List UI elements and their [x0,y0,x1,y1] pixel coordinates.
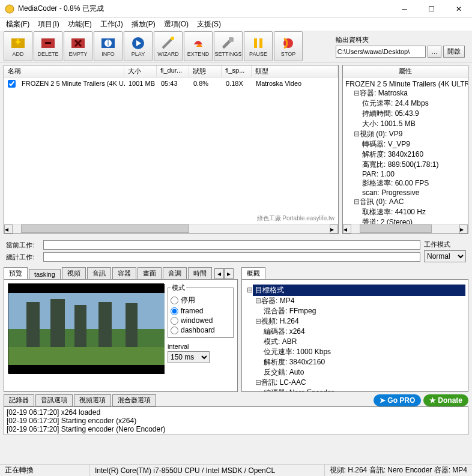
menu-bar: 檔案(F) 項目(I) 功能(E) 工作(J) 播放(P) 選項(O) 支援(S… [0,18,472,30]
svg-rect-23 [98,302,112,351]
menu-file[interactable]: 檔案(F) [2,18,33,31]
svg-rect-15 [259,38,262,48]
menu-feature[interactable]: 功能(E) [64,18,95,31]
status-right: 視頻: H.264 音訊: Nero Encoder 容器: MP4 [325,465,472,476]
empty-button[interactable]: EMPTY [64,31,92,61]
output-folder-label: 輸出資料夾 [336,35,465,44]
tab-container[interactable]: 容器 [112,267,136,279]
preview-mode-group: 模式 停用 framed windowed dashboard [168,283,234,338]
file-row[interactable]: FROZEN 2 5 Minute Trailers (4K U... 1001… [4,77,338,89]
svg-point-12 [171,37,174,40]
play-button[interactable]: PLAY [124,31,153,61]
h-scrollbar[interactable]: ◂▸ [343,224,468,233]
delete-button[interactable]: DELETE [34,31,62,61]
file-list: 名稱 大小 fl_dur... 狀態 fl_sp... 類型 FROZEN 2 … [4,65,339,234]
settings-button[interactable]: SETTINGS [214,31,243,61]
tab-left-icon[interactable]: ◂ [214,268,224,279]
arrow-icon: ➤ [380,396,386,405]
add-button[interactable]: ADD [4,31,32,61]
browse-button[interactable]: ... [428,46,441,58]
stop-button[interactable]: STOP [274,31,303,61]
tab-picture[interactable]: 畫面 [138,267,162,279]
col-state[interactable]: 狀態 [189,65,222,77]
menu-job[interactable]: 工作(J) [97,18,127,31]
radio-disabled[interactable] [171,297,178,304]
tab-right-icon[interactable]: ▸ [224,268,234,279]
properties-pane: 屬性 FROZEN 2 5 Minute Trailers (4K ULTRA … [342,65,468,234]
col-speed[interactable]: fl_sp... [222,65,252,77]
tab-time[interactable]: 時間 [188,267,212,279]
extend-button[interactable]: EXTEND [184,31,213,61]
tab-video-opts[interactable]: 視頻選項 [74,394,111,406]
tab-muxer-opts[interactable]: 混合器選項 [112,394,156,406]
tab-overview[interactable]: 概觀 [241,267,265,279]
svg-text:i: i [107,39,109,47]
svg-point-0 [5,5,14,13]
window-title: MediaCoder - 0.8% 已完成 [18,4,391,14]
open-folder-button[interactable]: 開啟 [443,46,465,58]
radio-framed[interactable] [171,307,178,315]
col-name[interactable]: 名稱 [4,65,124,77]
job-mode-select[interactable]: Normal [424,250,466,262]
properties-header[interactable]: 屬性 [343,65,468,77]
menu-item[interactable]: 項目(I) [34,18,62,31]
donate-button[interactable]: ★Donate [423,394,468,406]
gopro-button[interactable]: ➤Go PRO [374,394,421,406]
tab-audio-opts[interactable]: 音訊選項 [35,394,73,406]
output-path-input[interactable] [336,46,426,58]
watermark: 綠色工廠 Portable.easylife.tw [4,213,338,224]
prop-root[interactable]: FROZEN 2 5 Minute Trailers (4K ULTRA HD [345,80,465,88]
svg-rect-5 [45,42,51,44]
app-icon [5,4,14,14]
pause-button[interactable]: PAUSE [244,31,273,61]
info-button[interactable]: iINFO [94,31,123,61]
h-scrollbar[interactable]: ◂▸ [4,224,338,233]
svg-rect-14 [254,38,257,48]
total-job-label: 總計工作: [6,253,40,262]
log-output[interactable]: [02-19 06:17:20] x264 loaded [02-19 06:1… [4,406,468,435]
svg-rect-22 [74,305,86,350]
radio-dashboard[interactable] [171,327,178,334]
radio-windowed[interactable] [171,317,178,325]
status-cpu: Intel(R) Core(TM) i7-8550U CPU / Intel M… [90,465,325,476]
svg-rect-25 [8,347,165,365]
status-bar: 正在轉換 Intel(R) Core(TM) i7-8550U CPU / In… [0,464,472,476]
tab-preview[interactable]: 預覽 [4,267,28,279]
star-icon: ★ [429,396,436,405]
toolbar: ADD DELETE EMPTY iINFO PLAY WIZARD EXTEN… [0,30,472,62]
file-checkbox[interactable] [8,80,16,88]
menu-support[interactable]: 支援(S) [193,18,225,31]
status-left: 正在轉換 [0,465,90,476]
wizard-button[interactable]: WIZARD [154,31,183,61]
col-size[interactable]: 大小 [124,65,157,77]
menu-play[interactable]: 播放(P) [128,18,159,31]
total-job-progress [43,252,420,262]
tab-tone[interactable]: 音調 [163,267,187,279]
current-job-label: 當前工作: [6,241,40,250]
interval-select[interactable]: 150 ms [168,351,210,363]
svg-rect-24 [126,303,138,350]
target-format-header[interactable]: 目標格式 [253,285,465,296]
col-type[interactable]: 類型 [252,65,338,77]
interval-label: interval [168,343,234,350]
col-duration[interactable]: fl_dur... [157,65,189,77]
tab-video[interactable]: 視頻 [62,267,86,279]
svg-rect-20 [26,302,40,350]
maximize-button[interactable]: ☐ [418,1,445,17]
svg-rect-3 [17,39,19,44]
tab-audio[interactable]: 音訊 [87,267,111,279]
svg-rect-13 [229,37,234,42]
menu-options[interactable]: 選項(O) [160,18,192,31]
tab-logger[interactable]: 記錄器 [4,394,34,406]
minimize-button[interactable]: ─ [391,1,418,17]
close-button[interactable]: ✕ [445,1,472,17]
job-mode-label: 工作模式 [424,240,466,249]
tab-tasking[interactable]: tasking [29,269,61,279]
preview-image [8,283,164,373]
current-job-progress [43,240,420,250]
svg-rect-21 [50,299,65,353]
